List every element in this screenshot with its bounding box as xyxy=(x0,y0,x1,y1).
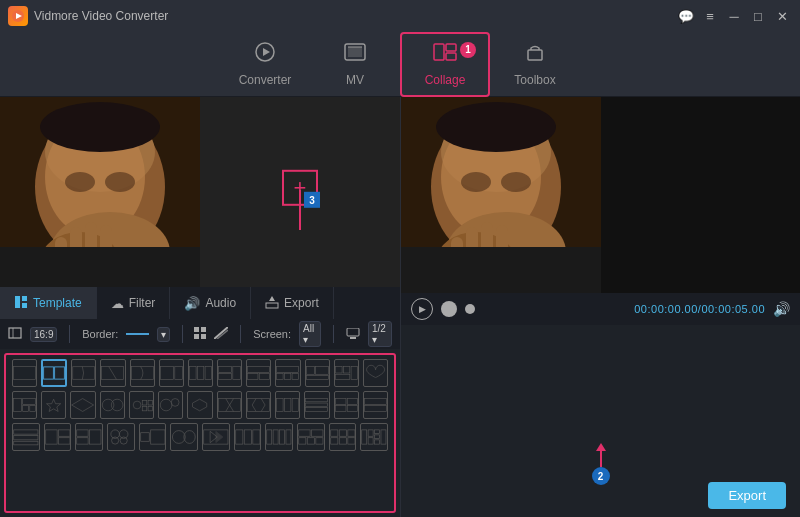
template-two-bot[interactable] xyxy=(75,423,103,451)
template-rect-h[interactable] xyxy=(159,359,184,387)
minimize-button[interactable]: ─ xyxy=(724,6,744,26)
close-button[interactable]: ✕ xyxy=(772,6,792,26)
template-six-grid[interactable] xyxy=(329,423,357,451)
title-bar: Vidmore Video Converter 💬 ≡ ─ □ ✕ xyxy=(0,0,800,32)
svg-rect-30 xyxy=(9,328,21,338)
svg-rect-7 xyxy=(434,44,444,60)
preview-area xyxy=(401,97,800,293)
template-diagonal[interactable] xyxy=(100,359,125,387)
template-four-grid[interactable] xyxy=(334,391,359,419)
template-three-row[interactable] xyxy=(12,423,40,451)
tab-template[interactable]: Template xyxy=(0,287,97,319)
svg-marker-84 xyxy=(193,399,207,411)
template-corner[interactable] xyxy=(305,359,330,387)
svg-point-24 xyxy=(40,102,160,152)
video-left-cell[interactable] xyxy=(0,97,200,287)
export-tab-icon xyxy=(265,295,279,312)
template-two-h[interactable] xyxy=(41,359,67,387)
template-arrows-2[interactable] xyxy=(202,423,230,451)
svg-rect-114 xyxy=(140,433,149,442)
svg-rect-137 xyxy=(339,438,346,444)
volume-icon[interactable]: 🔊 xyxy=(773,301,790,317)
nav-mv[interactable]: MV xyxy=(310,32,400,97)
svg-point-75 xyxy=(111,399,123,411)
template-lines-h[interactable] xyxy=(304,391,329,419)
template-data-vis[interactable] xyxy=(360,423,388,451)
play-button[interactable]: ▶ xyxy=(411,298,433,320)
template-four-c[interactable] xyxy=(107,423,135,451)
menu-button[interactable]: ≡ xyxy=(700,6,720,26)
svg-rect-133 xyxy=(330,430,337,436)
template-three-rect[interactable] xyxy=(275,391,300,419)
tab-filter[interactable]: ☁ Filter xyxy=(97,287,171,319)
app-icon xyxy=(8,6,28,26)
template-puzzle[interactable] xyxy=(334,359,359,387)
nav-toolbox[interactable]: Toolbox xyxy=(490,32,580,97)
svg-rect-128 xyxy=(299,430,310,436)
template-strip[interactable] xyxy=(217,359,242,387)
monitor-icon xyxy=(346,328,360,341)
template-cross[interactable] xyxy=(217,391,242,419)
video-right-cell[interactable]: + 3 xyxy=(200,97,400,287)
svg-rect-39 xyxy=(350,337,356,339)
svg-rect-124 xyxy=(267,430,272,444)
template-tab-icon xyxy=(14,295,28,312)
tab-export-label: Export xyxy=(284,296,319,310)
svg-rect-49 xyxy=(197,367,203,380)
screen-select[interactable]: All ▾ xyxy=(299,321,321,347)
svg-rect-143 xyxy=(375,435,380,439)
template-sq-rect[interactable] xyxy=(139,423,167,451)
svg-rect-9 xyxy=(446,53,456,60)
maximize-button[interactable]: □ xyxy=(748,6,768,26)
svg-rect-104 xyxy=(45,430,56,444)
svg-rect-80 xyxy=(148,406,153,411)
template-single[interactable] xyxy=(12,359,37,387)
aspect-ratio-select[interactable]: 16:9 xyxy=(30,327,57,342)
template-hex[interactable] xyxy=(187,391,212,419)
template-heart[interactable] xyxy=(363,359,388,387)
template-row-3 xyxy=(12,423,388,451)
template-two-circles[interactable] xyxy=(158,391,183,419)
template-five-grid[interactable] xyxy=(297,423,325,451)
size-select[interactable]: 1/2 ▾ xyxy=(368,321,392,347)
chat-button[interactable]: 💬 xyxy=(676,6,696,26)
border-select[interactable]: ▾ xyxy=(157,327,170,342)
svg-rect-69 xyxy=(23,399,36,405)
nav-collage-label: Collage xyxy=(425,73,466,87)
video-left-preview xyxy=(0,97,200,287)
tab-audio[interactable]: 🔊 Audio xyxy=(170,287,251,319)
nav-collage[interactable]: 1 Collage xyxy=(400,32,490,97)
nav-converter[interactable]: Converter xyxy=(220,32,310,97)
preview-left-video xyxy=(401,97,601,293)
svg-rect-10 xyxy=(528,50,542,60)
template-two-top[interactable] xyxy=(44,423,72,451)
template-three-v[interactable] xyxy=(188,359,213,387)
template-gear[interactable] xyxy=(129,391,154,419)
svg-rect-121 xyxy=(235,430,242,444)
stop-button[interactable] xyxy=(441,301,457,317)
template-star[interactable] xyxy=(41,391,66,419)
template-grid xyxy=(6,355,394,455)
template-l-shape[interactable] xyxy=(12,391,37,419)
tab-export[interactable]: Export xyxy=(251,287,334,319)
svg-point-16 xyxy=(105,172,135,192)
template-four-wide[interactable] xyxy=(265,423,293,451)
svg-rect-125 xyxy=(274,430,279,444)
template-wide-strip[interactable] xyxy=(246,359,271,387)
template-two-wide[interactable] xyxy=(363,391,388,419)
svg-rect-101 xyxy=(14,430,38,434)
template-wide-3[interactable] xyxy=(234,423,262,451)
template-wave[interactable] xyxy=(71,359,96,387)
template-arrows[interactable] xyxy=(246,391,271,419)
border-label: Border: xyxy=(82,328,118,340)
svg-rect-115 xyxy=(150,430,164,444)
template-oval-2[interactable] xyxy=(170,423,198,451)
template-curve[interactable] xyxy=(130,359,155,387)
svg-rect-105 xyxy=(58,430,69,436)
template-t-shape[interactable] xyxy=(275,359,300,387)
template-circles[interactable] xyxy=(100,391,125,419)
progress-indicator[interactable] xyxy=(465,304,475,314)
export-button[interactable]: Export xyxy=(708,482,786,509)
template-diamond[interactable] xyxy=(70,391,95,419)
divider-3 xyxy=(240,325,241,343)
